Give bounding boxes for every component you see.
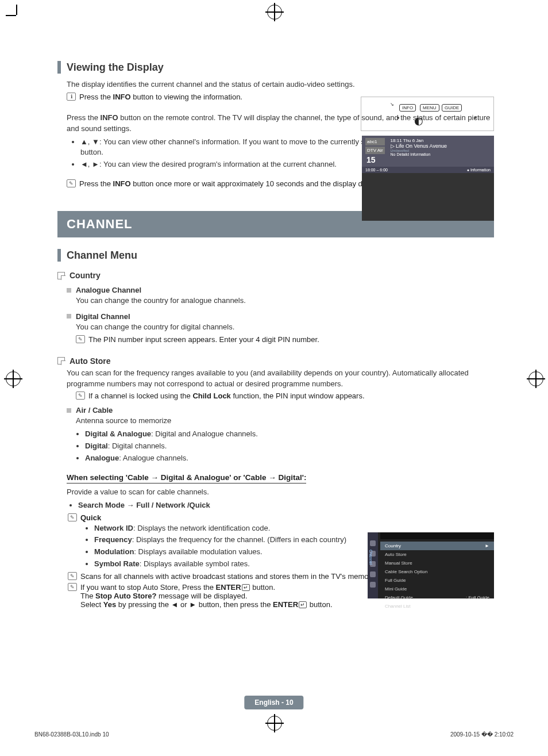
item-heading: Analogue Channel	[67, 286, 494, 294]
menu-illustration: Channel Country► Auto Store Manual Store…	[368, 532, 494, 598]
menu-row: Full Guide	[380, 576, 494, 585]
note-line: ✎ The PIN number input screen appears. E…	[76, 335, 494, 344]
registration-mark-icon	[267, 716, 282, 731]
item-heading: Air / Cable	[67, 406, 494, 415]
osd-channel-type: DTV Air	[365, 147, 385, 154]
menu-row: Cable Search Option	[380, 567, 494, 576]
square-bullet-icon	[57, 272, 65, 279]
note-icon: ✎	[68, 572, 77, 580]
page-footer-right: 2009-10-15 �� 2:10:02	[450, 731, 514, 738]
menu-side-label: Channel	[369, 550, 373, 565]
page-footer-center: English - 10	[244, 696, 303, 709]
note-icon: ✎	[67, 179, 76, 187]
heading-text: Viewing the Display	[67, 62, 164, 74]
osd-programme: ▷ Life On Venus Avenue	[391, 143, 491, 149]
menu-row: Auto Store	[380, 550, 494, 559]
body-text: You can change the country for digital c…	[76, 322, 494, 333]
note-icon: ✎	[68, 513, 77, 521]
note-icon: ✎	[68, 583, 77, 591]
bullet-list: Search Mode → Full / Network /Quick	[78, 500, 494, 511]
grey-square-icon	[67, 408, 71, 413]
menu-row: Manual Store	[380, 559, 494, 567]
square-bullet-icon	[57, 357, 65, 364]
sub-heading-autostore: Auto Store	[57, 356, 494, 366]
menu-row-selected: Country►	[380, 542, 494, 550]
menu-row: Mini Guide	[380, 585, 494, 593]
item-heading: Digital Channel	[67, 312, 494, 321]
crop-mark-icon	[6, 15, 16, 16]
registration-mark-icon	[6, 371, 21, 386]
registration-mark-icon	[528, 371, 543, 386]
grey-square-icon	[67, 288, 71, 293]
body-text: If a channel is locked using the Child L…	[88, 392, 365, 400]
list-item: Analogue: Analogue channels.	[85, 453, 494, 464]
osd-illustration: abc1 DTV Air 15 18:11 Thu 6 Jan ▷ Life O…	[362, 136, 494, 221]
osd-info-label: ● Information	[467, 168, 491, 172]
body-text: The PIN number input screen appears. Ent…	[88, 335, 319, 344]
remote-guide-button: GUIDE	[442, 104, 462, 112]
remote-illustration: INFO MENU GUIDE ↘ ◐ ◄ ►	[361, 97, 494, 131]
body-text: If you want to stop Auto Store, Press th…	[80, 583, 333, 609]
underlined-heading: When selecting 'Cable → Digital & Analog…	[67, 473, 306, 483]
section-heading: Viewing the Display	[57, 61, 494, 74]
body-text: Antenna source to memorize	[76, 416, 494, 427]
list-item: Search Mode → Full / Network /Quick	[78, 500, 494, 511]
body-text: Press the INFO button to viewing the inf…	[79, 93, 242, 101]
remote-menu-button: MENU	[420, 104, 439, 112]
osd-nodetail: No Detaild Information	[391, 152, 491, 156]
remote-button-icon: ℹ	[67, 93, 76, 101]
note-line: ✎ Quick	[68, 513, 494, 522]
page-footer-left: BN68-02388B-03L10.indb 10	[34, 731, 109, 738]
osd-channel-number: 15	[366, 155, 385, 164]
menu-side-icon	[370, 540, 376, 546]
list-item: Digital & Analogue: Digital and Analogue…	[85, 429, 494, 440]
list-item: Digital: Digital channels.	[85, 441, 494, 452]
section-heading: Channel Menu	[57, 249, 494, 262]
menu-side-icon	[370, 582, 376, 588]
bullet-list: Digital & Analogue: Digital and Analogue…	[85, 429, 494, 464]
body-text: Quick	[80, 513, 101, 522]
crop-mark-icon	[16, 5, 17, 15]
osd-channel-name: abc1	[365, 138, 385, 145]
menu-row: Channel List	[380, 602, 494, 611]
registration-mark-icon	[267, 5, 282, 20]
heading-text: Channel Menu	[67, 250, 137, 262]
body-text: You can scan for the frequency ranges av…	[67, 368, 494, 390]
body-text: The display identifies the current chann…	[67, 79, 494, 90]
sub-heading-country: Country	[57, 271, 494, 280]
osd-timespan: 18:00 – 6:00	[365, 168, 388, 172]
menu-row: Default Guide: Full Guide	[380, 593, 494, 602]
body-text: Provide a value to scan for cable channe…	[67, 487, 494, 498]
menu-side-icon	[370, 571, 376, 577]
body-text: You can change the country for analogue …	[76, 296, 494, 306]
note-icon: ✎	[76, 392, 85, 400]
body-text: Scans for all channels with active broad…	[80, 572, 376, 581]
note-line: ✎ If a channel is locked using the Child…	[76, 392, 494, 400]
grey-square-icon	[67, 314, 71, 318]
note-icon: ✎	[76, 335, 85, 343]
osd-time: 18:11 Thu 6 Jan	[391, 138, 491, 143]
